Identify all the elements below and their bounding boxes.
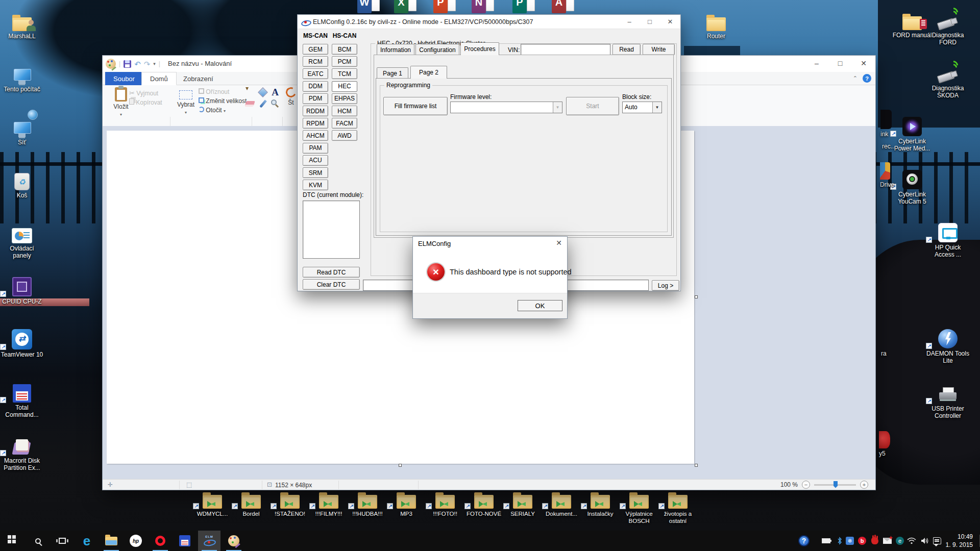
module-button-ehpas[interactable]: EHPAS: [332, 93, 357, 104]
desktop-icon-marshall[interactable]: MarshaLL: [0, 7, 44, 40]
module-button-rddm[interactable]: RDDM: [303, 106, 328, 116]
color-picker-tool[interactable]: [258, 98, 268, 109]
qat-customize-icon[interactable]: ▾: [153, 61, 156, 66]
crop-button[interactable]: Oříznout: [199, 88, 229, 95]
module-button-hec[interactable]: HEC: [332, 81, 357, 92]
tray-eset-icon[interactable]: e: [894, 531, 906, 551]
paint-tab-view[interactable]: Zobrazení: [175, 72, 222, 85]
redo-icon[interactable]: ↷: [144, 60, 151, 68]
tray-action-center-icon[interactable]: [931, 531, 943, 551]
canvas-resize-handle-bottom[interactable]: [399, 464, 402, 467]
paint-close-button[interactable]: ✕: [852, 56, 875, 71]
save-icon[interactable]: [124, 60, 131, 68]
desktop-icon-cpuid-cpu-z[interactable]: ↗CPUID CPU-Z: [0, 272, 44, 305]
module-button-pcm[interactable]: PCM: [332, 56, 357, 67]
tray-wifi-icon[interactable]: [905, 531, 918, 551]
partial-desktop-icon[interactable]: rec...: [882, 141, 896, 150]
copy-button[interactable]: Kopírovat: [129, 98, 162, 106]
module-button-rcm[interactable]: RCM: [303, 56, 328, 67]
clear-dtc-button[interactable]: Clear DTC: [303, 279, 360, 290]
rotate-button[interactable]: Otočit ▾: [199, 107, 226, 114]
read-button[interactable]: Read: [612, 44, 641, 55]
taskbar-edge-button[interactable]: e: [76, 531, 98, 551]
desktop-icon-total-command-[interactable]: ↗Total Command...: [0, 378, 44, 418]
desktop-icon-macrorit-disk-partition-ex-[interactable]: ↗Macrorit Disk Partition Ex...: [0, 431, 44, 471]
tray-snowflake-icon[interactable]: ❄: [844, 531, 856, 551]
desktop-folder-instala-ky[interactable]: ↗Instalačky: [581, 490, 620, 517]
start-button[interactable]: Start: [566, 97, 619, 115]
desktop-folder-mp3[interactable]: ↗MP3: [387, 490, 426, 517]
elmconfig-titlebar[interactable]: ELMConfig 0.2.16c by civil-zz - Online m…: [298, 15, 680, 29]
chevron-down-icon[interactable]: ▼: [553, 102, 562, 113]
partial-desktop-icon[interactable]: ink: [880, 110, 892, 138]
module-button-ddm[interactable]: DDM: [303, 81, 328, 92]
tab-page-1[interactable]: Page 1: [377, 67, 408, 79]
taskbar-search-button[interactable]: [27, 531, 49, 551]
desktop-folder--filmy-[interactable]: ↗!!!FILMY!!!: [309, 490, 348, 517]
publisher-icon[interactable]: P: [512, 0, 535, 13]
zoom-in-button[interactable]: +: [860, 481, 868, 489]
desktop-folder--foto-[interactable]: ↗!!!FOTO!!: [426, 490, 464, 517]
desktop-icon-daemon-tools-lite[interactable]: ↗DAEMON Tools Lite: [926, 324, 970, 364]
desktop-icon-diagnostika-ford[interactable]: Diagnostika FORD: [926, 6, 970, 46]
word-icon[interactable]: W: [357, 0, 380, 13]
block-size-combobox[interactable]: Auto▼: [622, 102, 662, 113]
module-button-rpdm[interactable]: RPDM: [303, 118, 328, 129]
select-button[interactable]: Vybrat ▾: [173, 87, 199, 115]
desktop-folder--ivotopis-a-ostatn-[interactable]: ↗životopis a ostatní: [658, 490, 697, 524]
desktop-folder-v-platnice-bosch[interactable]: ↗Výplatnice BOSCH: [620, 490, 658, 524]
module-button-facm[interactable]: FACM: [332, 118, 357, 129]
taskbar-opera-button[interactable]: [149, 531, 172, 551]
zoom-slider-thumb[interactable]: [834, 481, 838, 488]
excel-icon[interactable]: X: [394, 0, 416, 13]
resize-button[interactable]: Změnit velikost: [199, 97, 247, 105]
tab-configuration[interactable]: Configuration: [415, 44, 459, 55]
desktop-icon-diagnostika-koda[interactable]: Diagnostika ŠKODA: [926, 59, 970, 99]
canvas-resize-handle-right[interactable]: [695, 295, 698, 298]
collapse-ribbon-icon[interactable]: ⌃: [853, 75, 857, 82]
module-button-gem[interactable]: GEM: [303, 44, 328, 55]
brushes-button-partial[interactable]: Št: [284, 87, 298, 106]
tab-information[interactable]: Information: [377, 44, 414, 55]
tray-volume-icon[interactable]: [919, 531, 931, 551]
tray-battery-icon[interactable]: [820, 531, 832, 551]
taskbar-hp-button[interactable]: hp: [125, 531, 147, 551]
log-button[interactable]: Log >: [652, 280, 679, 291]
desktop-icon-router[interactable]: Router: [694, 7, 738, 40]
desktop-folder-serialy[interactable]: ↗SERIALY: [503, 490, 542, 517]
zoom-slider[interactable]: [814, 484, 856, 486]
taskbar-elmconfig-button[interactable]: ELM: [198, 531, 220, 551]
ok-button[interactable]: OK: [518, 300, 562, 311]
help-icon[interactable]: ?: [863, 74, 871, 83]
module-button-hcm[interactable]: HCM: [332, 106, 357, 116]
taskbar-start-button[interactable]: [2, 531, 24, 551]
desktop-icon-tento-po-ta-[interactable]: Tento počítač: [0, 60, 44, 93]
taskbar-total-commander-button[interactable]: [174, 531, 196, 551]
firmware-level-combobox[interactable]: ▼: [450, 102, 562, 113]
write-button[interactable]: Write: [643, 44, 675, 55]
module-button-srm[interactable]: SRM: [303, 167, 328, 178]
taskbar-clock[interactable]: 10:49 1. 9. 2015: [946, 533, 973, 549]
cut-button[interactable]: ✂ Vyjmout: [129, 89, 158, 97]
desktop-icon-ovl-dac-panely[interactable]: Ovládací panely: [0, 219, 44, 259]
desktop-icon-hp-quick-access-[interactable]: ↗HP Quick Access ...: [926, 218, 970, 258]
onenote-icon[interactable]: N: [472, 0, 494, 13]
partial-desktop-icon[interactable]: Drive: [880, 162, 894, 188]
taskbar-file-explorer-button[interactable]: [100, 531, 122, 551]
canvas-resize-handle-corner[interactable]: [695, 464, 698, 467]
elmconfig-maximize-button[interactable]: □: [640, 15, 660, 29]
tray-bloody-mouse-icon[interactable]: [869, 531, 881, 551]
tab-page-2[interactable]: Page 2: [410, 66, 447, 79]
module-button-ahcm[interactable]: AHCM: [303, 130, 328, 141]
desktop-folder--hudba-[interactable]: ↗!!!HUDBA!!!: [348, 490, 387, 517]
partial-desktop-icon[interactable]: y5: [879, 431, 890, 457]
module-button-tcm[interactable]: TCM: [332, 68, 357, 79]
paint-tab-home[interactable]: Domů: [141, 72, 177, 85]
tray-help-icon[interactable]: ?: [798, 531, 810, 551]
desktop-icon-ko-[interactable]: ♻Koš: [0, 166, 44, 199]
paint-app-icon[interactable]: [106, 59, 116, 69]
desktop-folder-foto-nov-[interactable]: ↗FOTO-NOVÉ: [464, 490, 503, 517]
module-button-awd[interactable]: AWD: [332, 130, 357, 141]
access-icon[interactable]: A: [552, 0, 574, 13]
module-button-pam[interactable]: PAM: [303, 143, 328, 154]
